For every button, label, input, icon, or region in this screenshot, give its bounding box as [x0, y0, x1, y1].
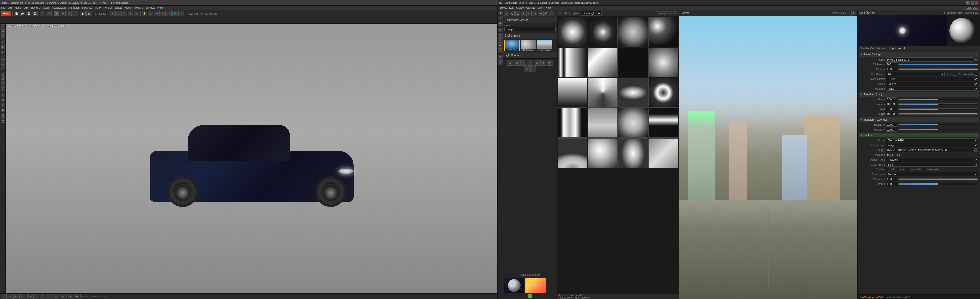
gamma-slider[interactable]: [898, 183, 978, 185]
obj-btn[interactable]: ⬡: [148, 11, 153, 16]
env-link-btn[interactable]: 🔗: [543, 11, 549, 16]
handle-v-slider[interactable]: [898, 129, 978, 130]
latitude-input[interactable]: [886, 98, 897, 101]
hdr-menu-project[interactable]: Project: [499, 6, 507, 9]
hdr-tool-10[interactable]: ⊗: [498, 60, 503, 65]
lc-btn-4[interactable]: ↓: [527, 59, 533, 66]
move-btn[interactable]: ✛: [60, 11, 65, 16]
tool-brush[interactable]: 🖌: [0, 77, 5, 82]
lc-btn-8[interactable]: S: [524, 66, 530, 72]
menu-edit2[interactable]: Edit: [24, 6, 28, 9]
env-more-btn[interactable]: ⋯: [549, 11, 554, 16]
hdr-tool-6[interactable]: ⬡: [498, 38, 503, 43]
menu-structure[interactable]: Stucture: [30, 6, 40, 9]
roll-slider[interactable]: [898, 108, 978, 110]
saturation-slider[interactable]: [898, 178, 978, 180]
preset-20[interactable]: [649, 138, 678, 168]
opacity-slider[interactable]: [898, 69, 978, 70]
tool-slide[interactable]: ⊞: [0, 118, 5, 123]
name-input[interactable]: [886, 58, 974, 62]
env-up-btn[interactable]: ▲: [515, 11, 520, 16]
tab-render-view[interactable]: Render View Settings: [859, 47, 887, 50]
open-btn[interactable]: 📂: [20, 11, 25, 16]
rotate-btn[interactable]: ↻: [66, 11, 72, 16]
menu-render[interactable]: Render: [103, 6, 112, 9]
blend-mode-select[interactable]: Add Multiply Screen: [886, 72, 945, 76]
tool-rotate[interactable]: ↻: [0, 35, 5, 39]
handle-v-input[interactable]: [886, 128, 897, 132]
menu-mode[interactable]: Mode: [14, 6, 21, 9]
color-mode-select[interactable]: Source: [886, 172, 978, 176]
tool-bevel[interactable]: ◇: [0, 93, 5, 97]
tool-poly-mode[interactable]: □: [0, 65, 5, 70]
close-btn[interactable]: ✕: [975, 1, 978, 5]
preset-6[interactable]: [588, 48, 618, 77]
bottom-pt-btn[interactable]: ∘: [33, 294, 39, 299]
lc-btn-6[interactable]: ⚙: [540, 59, 546, 66]
roll-input[interactable]: [886, 107, 897, 111]
longitude-slider[interactable]: [898, 104, 978, 105]
hdr-tool-1[interactable]: ⬆: [498, 11, 503, 15]
menu-track[interactable]: Track: [95, 6, 101, 9]
mapping-select[interactable]: Plane: [886, 86, 978, 91]
bottom-btn-4[interactable]: ⤢: [19, 294, 25, 299]
master-select[interactable]: Black to RGBA: [886, 138, 978, 142]
cookie-select[interactable]: Square: [886, 82, 978, 86]
saturation-input[interactable]: [886, 177, 897, 181]
content-header[interactable]: ▼ Content: [859, 133, 979, 138]
bottom-grid-btn[interactable]: ⊞: [60, 294, 65, 299]
lights-dropdown[interactable]: StudioLights: [581, 11, 601, 16]
invert-alpha-check[interactable]: [923, 168, 926, 171]
preset-10[interactable]: [588, 78, 618, 107]
tool-pt-mode[interactable]: ∘: [0, 55, 5, 59]
cam-btn3[interactable]: ⊞: [121, 11, 127, 16]
menu-file[interactable]: File: [1, 6, 5, 9]
invert-checkbox[interactable]: [953, 73, 956, 76]
preserve-alpha-checkbox[interactable]: [975, 73, 978, 76]
bottom-btn-2[interactable]: ✛: [7, 294, 13, 299]
bottom-key-btn[interactable]: ◆: [74, 294, 80, 299]
preset-5[interactable]: [558, 48, 587, 77]
menu-motion[interactable]: Motion: [125, 6, 132, 9]
env-del-btn[interactable]: ⊖: [510, 11, 515, 16]
lc-btn-1[interactable]: ⊕: [507, 59, 513, 66]
env-settings-btn[interactable]: ⚙: [532, 11, 537, 16]
raster-header[interactable]: ▼ Raster Settings: [859, 52, 979, 57]
env-thumb-2[interactable]: Environment: [520, 40, 536, 51]
tool-scale[interactable]: ⤢: [0, 40, 5, 44]
aspect-ratio-select[interactable]: Restored: [886, 158, 978, 162]
preset-9[interactable]: [558, 78, 587, 107]
hdr-menu-light[interactable]: Light: [538, 6, 543, 9]
minimize-btn[interactable]: ─: [966, 1, 970, 5]
env-eye-btn[interactable]: 👁: [538, 11, 543, 16]
hdr-menu-help[interactable]: Help: [546, 6, 551, 9]
tool-edge-mode[interactable]: ⌇: [0, 60, 5, 65]
tool-select[interactable]: ⬆: [0, 24, 5, 29]
preset-1[interactable]: [558, 17, 587, 47]
select-btn[interactable]: ⬆: [54, 11, 59, 16]
matter-button[interactable]: Matter: [1, 11, 11, 16]
tool-extrude[interactable]: ⬆: [0, 103, 5, 107]
lc-btn-7[interactable]: 👁: [547, 59, 553, 66]
bottom-snap-btn[interactable]: ⊡: [54, 294, 59, 299]
preset-3[interactable]: [618, 17, 648, 47]
height-input[interactable]: [886, 112, 897, 116]
tool-move[interactable]: ✛: [0, 29, 5, 34]
tool-bridge[interactable]: ⎔: [0, 98, 5, 102]
menu-window[interactable]: Window: [146, 6, 155, 9]
tool-live[interactable]: L: [0, 45, 5, 49]
maximize-btn[interactable]: □: [970, 1, 974, 5]
tool-weld[interactable]: ⊕: [0, 113, 5, 118]
bottom-obj-btn[interactable]: ●: [27, 294, 33, 299]
spline-btn[interactable]: 〜: [154, 11, 159, 16]
bottom-btn-3[interactable]: ↻: [13, 294, 19, 299]
brightness-input[interactable]: [886, 62, 897, 66]
menu-plugins[interactable]: Plugins: [135, 6, 143, 9]
transform-unit-header[interactable]: ▼ Transform (Unit): [859, 92, 979, 97]
hdr-tool-3[interactable]: ◉: [498, 21, 503, 26]
preset-18[interactable]: [588, 138, 618, 168]
preset-13[interactable]: [558, 108, 587, 138]
image-input[interactable]: [886, 148, 974, 152]
hdr-tool-7[interactable]: ◈: [498, 43, 503, 48]
tool-knife[interactable]: ✂: [0, 87, 5, 92]
